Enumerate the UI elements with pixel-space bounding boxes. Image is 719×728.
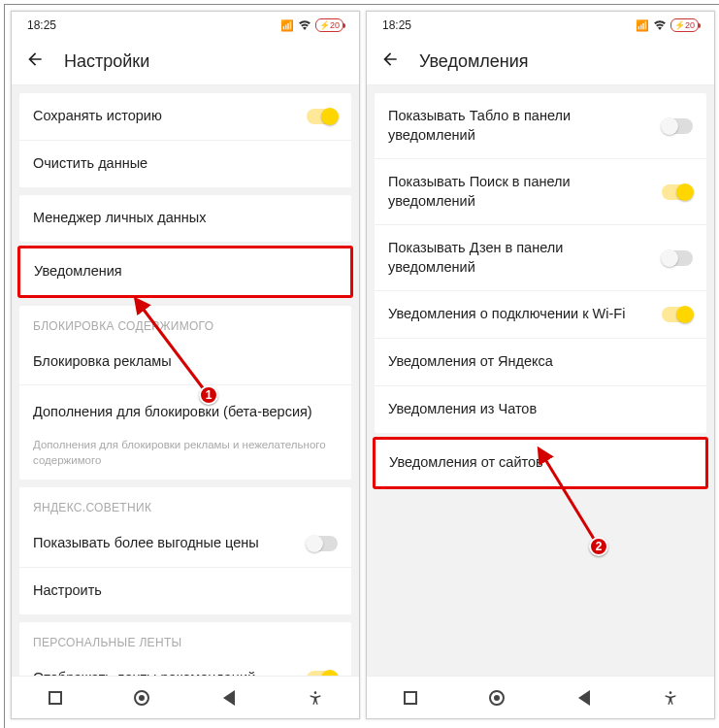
item-blocking-addons[interactable]: Дополнения для блокировки (бета-версия) — [19, 385, 351, 432]
header: Уведомления — [367, 39, 714, 85]
toggle-show-prices[interactable] — [307, 536, 338, 551]
wifi-icon — [298, 19, 311, 32]
nav-recents[interactable] — [402, 689, 419, 707]
settings-scroll[interactable]: Сохранять историю Очистить данные Менедж… — [12, 85, 359, 676]
item-personal-data-manager[interactable]: Менеджер личных данных — [19, 195, 351, 242]
android-navbar — [367, 676, 714, 718]
nav-accessibility-icon[interactable] — [307, 689, 324, 707]
phone-left: 18:25 📶 ⚡20 Настройки Сохранять историю — [11, 11, 360, 719]
back-icon[interactable] — [25, 50, 45, 74]
wifi-icon — [653, 19, 667, 32]
annotation-marker-2: 2 — [589, 537, 608, 556]
page-title: Настройки — [64, 51, 149, 72]
toggle-tablo[interactable] — [662, 118, 693, 134]
item-chats-notify[interactable]: Уведомления из Чатов — [375, 386, 706, 433]
svg-point-0 — [314, 691, 317, 694]
section-advisor: ЯНДЕКС.СОВЕТНИК — [19, 487, 351, 520]
section-content-blocking: БЛОКИРОВКА СОДЕРЖИМОГО — [19, 306, 351, 339]
nav-recents[interactable] — [47, 689, 64, 707]
nav-home[interactable] — [133, 689, 150, 707]
annotation-marker-1: 1 — [199, 385, 218, 405]
item-notifications[interactable]: Уведомления — [20, 248, 350, 295]
clock: 18:25 — [27, 18, 56, 32]
signal-icon: 📶 — [280, 19, 294, 32]
toggle-save-history[interactable] — [307, 109, 338, 124]
item-search-panel[interactable]: Показывать Поиск в панели уведомлений — [375, 159, 706, 225]
status-bar: 18:25 📶 ⚡20 — [367, 12, 714, 39]
toggle-show-feeds[interactable] — [307, 671, 338, 676]
status-icons: 📶 ⚡20 — [636, 18, 699, 32]
item-tablo-panel[interactable]: Показывать Табло в панели уведомлений — [375, 93, 706, 159]
signal-icon: 📶 — [636, 19, 649, 32]
item-zen-panel[interactable]: Показывать Дзен в панели уведомлений — [375, 225, 706, 291]
header: Настройки — [12, 39, 359, 85]
toggle-search[interactable] — [662, 184, 693, 200]
phone-right: 18:25 📶 ⚡20 Уведомления Показывать Табло… — [366, 11, 715, 719]
status-icons: 📶 ⚡20 — [280, 18, 343, 32]
item-site-notifications[interactable]: Уведомления от сайтов — [376, 440, 705, 486]
item-yandex-notify[interactable]: Уведомления от Яндекса — [375, 339, 706, 386]
android-navbar — [12, 676, 359, 718]
item-save-history[interactable]: Сохранять историю — [19, 93, 351, 141]
highlight-notifications: Уведомления — [17, 246, 353, 298]
back-icon[interactable] — [380, 50, 400, 74]
item-ad-block[interactable]: Блокировка рекламы — [19, 339, 351, 386]
nav-home[interactable] — [488, 689, 506, 707]
svg-point-1 — [670, 691, 672, 694]
battery-icon: ⚡20 — [315, 18, 343, 32]
toggle-wifi[interactable] — [662, 307, 693, 322]
notifications-scroll[interactable]: Показывать Табло в панели уведомлений По… — [367, 85, 714, 676]
status-bar: 18:25 📶 ⚡20 — [12, 12, 359, 39]
section-personal-feeds: ПЕРСОНАЛЬНЫЕ ЛЕНТЫ — [19, 622, 351, 655]
highlight-site-notifications: Уведомления от сайтов — [373, 437, 708, 489]
helper-blocking-addons: Дополнения для блокировки рекламы и неже… — [19, 432, 351, 480]
nav-accessibility-icon[interactable] — [662, 689, 679, 707]
clock: 18:25 — [382, 18, 411, 32]
nav-back[interactable] — [220, 689, 238, 707]
battery-icon: ⚡20 — [670, 18, 699, 32]
item-show-prices[interactable]: Показывать более выгодные цены — [19, 520, 351, 568]
item-clear-data[interactable]: Очистить данные — [19, 141, 351, 187]
nav-back[interactable] — [575, 689, 593, 707]
item-configure-advisor[interactable]: Настроить — [19, 568, 351, 614]
item-show-feeds[interactable]: Отображать ленты рекомендаций — [19, 655, 351, 676]
page-title: Уведомления — [419, 51, 529, 72]
item-wifi-notify[interactable]: Уведомления о подключении к Wi-Fi — [375, 291, 706, 339]
toggle-zen[interactable] — [662, 250, 693, 266]
